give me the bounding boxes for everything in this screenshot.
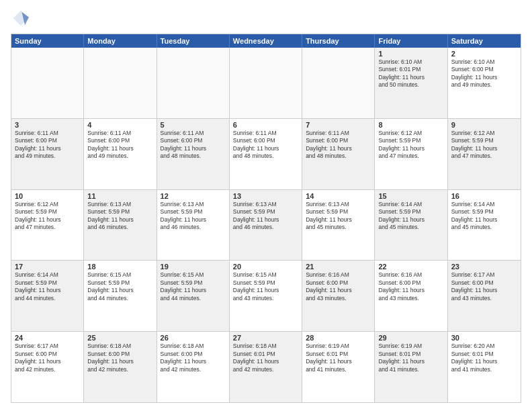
logo (11, 8, 34, 28)
calendar-cell: 7Sunrise: 6:11 AM Sunset: 6:00 PM Daylig… (302, 119, 375, 189)
day-number: 13 (233, 192, 298, 200)
calendar-cell: 18Sunrise: 6:15 AM Sunset: 5:59 PM Dayli… (84, 261, 157, 331)
calendar-cell (157, 48, 230, 118)
cell-info: Sunrise: 6:18 AM Sunset: 6:01 PM Dayligh… (233, 342, 298, 373)
calendar-cell: 1Sunrise: 6:10 AM Sunset: 6:01 PM Daylig… (375, 48, 447, 118)
calendar-cell: 20Sunrise: 6:15 AM Sunset: 5:59 PM Dayli… (230, 261, 302, 331)
cell-info: Sunrise: 6:19 AM Sunset: 6:01 PM Dayligh… (306, 342, 371, 373)
day-number: 16 (451, 192, 517, 200)
day-number: 12 (161, 192, 226, 200)
day-number: 29 (378, 334, 443, 342)
cell-info: Sunrise: 6:12 AM Sunset: 5:59 PM Dayligh… (451, 130, 517, 161)
calendar-cell: 21Sunrise: 6:16 AM Sunset: 6:00 PM Dayli… (302, 261, 375, 331)
day-number: 19 (161, 263, 226, 271)
col-header-saturday: Saturday (448, 34, 521, 48)
cell-info: Sunrise: 6:13 AM Sunset: 5:59 PM Dayligh… (161, 201, 226, 232)
calendar-row-1: 1Sunrise: 6:10 AM Sunset: 6:01 PM Daylig… (11, 48, 521, 118)
day-number: 14 (306, 192, 371, 200)
calendar-header: SundayMondayTuesdayWednesdayThursdayFrid… (11, 34, 521, 48)
cell-info: Sunrise: 6:13 AM Sunset: 5:59 PM Dayligh… (306, 201, 371, 232)
calendar-cell: 4Sunrise: 6:11 AM Sunset: 6:00 PM Daylig… (84, 119, 157, 189)
day-number: 17 (15, 263, 80, 271)
cell-info: Sunrise: 6:17 AM Sunset: 6:00 PM Dayligh… (451, 271, 517, 302)
calendar-cell: 22Sunrise: 6:16 AM Sunset: 6:00 PM Dayli… (375, 261, 447, 331)
calendar-cell: 14Sunrise: 6:13 AM Sunset: 5:59 PM Dayli… (302, 190, 375, 261)
calendar-cell: 6Sunrise: 6:11 AM Sunset: 6:00 PM Daylig… (230, 119, 302, 189)
cell-info: Sunrise: 6:11 AM Sunset: 6:00 PM Dayligh… (87, 130, 152, 161)
calendar-cell: 25Sunrise: 6:18 AM Sunset: 6:00 PM Dayli… (84, 332, 157, 402)
cell-info: Sunrise: 6:11 AM Sunset: 6:00 PM Dayligh… (306, 130, 371, 161)
calendar-cell: 23Sunrise: 6:17 AM Sunset: 6:00 PM Dayli… (448, 261, 521, 331)
day-number: 15 (378, 192, 443, 200)
day-number: 25 (87, 334, 152, 342)
calendar-cell: 26Sunrise: 6:18 AM Sunset: 6:00 PM Dayli… (157, 332, 230, 402)
cell-info: Sunrise: 6:11 AM Sunset: 6:00 PM Dayligh… (161, 130, 226, 161)
col-header-monday: Monday (84, 34, 157, 48)
cell-info: Sunrise: 6:11 AM Sunset: 6:00 PM Dayligh… (233, 130, 298, 161)
cell-info: Sunrise: 6:15 AM Sunset: 5:59 PM Dayligh… (161, 271, 226, 302)
calendar-cell (11, 48, 84, 118)
col-header-thursday: Thursday (302, 34, 375, 48)
day-number: 28 (306, 334, 371, 342)
cell-info: Sunrise: 6:16 AM Sunset: 6:00 PM Dayligh… (378, 271, 443, 302)
col-header-tuesday: Tuesday (157, 34, 230, 48)
calendar-cell: 12Sunrise: 6:13 AM Sunset: 5:59 PM Dayli… (157, 190, 230, 261)
cell-info: Sunrise: 6:20 AM Sunset: 6:01 PM Dayligh… (451, 342, 517, 373)
calendar-row-5: 24Sunrise: 6:17 AM Sunset: 6:00 PM Dayli… (11, 331, 521, 402)
calendar-cell: 2Sunrise: 6:10 AM Sunset: 6:00 PM Daylig… (448, 48, 521, 118)
day-number: 1 (378, 50, 443, 58)
calendar-cell: 13Sunrise: 6:13 AM Sunset: 5:59 PM Dayli… (230, 190, 302, 261)
calendar-cell: 10Sunrise: 6:12 AM Sunset: 5:59 PM Dayli… (11, 190, 84, 261)
cell-info: Sunrise: 6:14 AM Sunset: 5:59 PM Dayligh… (451, 201, 517, 232)
cell-info: Sunrise: 6:13 AM Sunset: 5:59 PM Dayligh… (87, 201, 152, 232)
day-number: 6 (233, 121, 298, 129)
cell-info: Sunrise: 6:15 AM Sunset: 5:59 PM Dayligh… (87, 271, 152, 302)
col-header-wednesday: Wednesday (230, 34, 302, 48)
day-number: 21 (306, 263, 371, 271)
header (11, 8, 521, 28)
logo-icon (11, 8, 31, 28)
cell-info: Sunrise: 6:13 AM Sunset: 5:59 PM Dayligh… (233, 201, 298, 232)
calendar-body: 1Sunrise: 6:10 AM Sunset: 6:01 PM Daylig… (11, 48, 521, 402)
calendar-cell: 27Sunrise: 6:18 AM Sunset: 6:01 PM Dayli… (230, 332, 302, 402)
day-number: 10 (15, 192, 80, 200)
calendar-cell (302, 48, 375, 118)
cell-info: Sunrise: 6:18 AM Sunset: 6:00 PM Dayligh… (161, 342, 226, 373)
cell-info: Sunrise: 6:10 AM Sunset: 6:00 PM Dayligh… (451, 58, 517, 89)
cell-info: Sunrise: 6:17 AM Sunset: 6:00 PM Dayligh… (15, 342, 80, 373)
calendar-cell: 11Sunrise: 6:13 AM Sunset: 5:59 PM Dayli… (84, 190, 157, 261)
cell-info: Sunrise: 6:19 AM Sunset: 6:01 PM Dayligh… (378, 342, 443, 373)
calendar-cell (84, 48, 157, 118)
cell-info: Sunrise: 6:18 AM Sunset: 6:00 PM Dayligh… (87, 342, 152, 373)
day-number: 27 (233, 334, 298, 342)
cell-info: Sunrise: 6:16 AM Sunset: 6:00 PM Dayligh… (306, 271, 371, 302)
calendar-row-4: 17Sunrise: 6:14 AM Sunset: 5:59 PM Dayli… (11, 260, 521, 331)
cell-info: Sunrise: 6:10 AM Sunset: 6:01 PM Dayligh… (378, 58, 443, 89)
calendar-cell: 5Sunrise: 6:11 AM Sunset: 6:00 PM Daylig… (157, 119, 230, 189)
day-number: 9 (451, 121, 517, 129)
col-header-friday: Friday (375, 34, 447, 48)
day-number: 22 (378, 263, 443, 271)
calendar-cell: 24Sunrise: 6:17 AM Sunset: 6:00 PM Dayli… (11, 332, 84, 402)
calendar-cell: 9Sunrise: 6:12 AM Sunset: 5:59 PM Daylig… (448, 119, 521, 189)
cell-info: Sunrise: 6:12 AM Sunset: 5:59 PM Dayligh… (378, 130, 443, 161)
calendar-cell: 19Sunrise: 6:15 AM Sunset: 5:59 PM Dayli… (157, 261, 230, 331)
calendar-cell (230, 48, 302, 118)
day-number: 3 (15, 121, 80, 129)
calendar-cell: 28Sunrise: 6:19 AM Sunset: 6:01 PM Dayli… (302, 332, 375, 402)
calendar-cell: 16Sunrise: 6:14 AM Sunset: 5:59 PM Dayli… (448, 190, 521, 261)
cell-info: Sunrise: 6:11 AM Sunset: 6:00 PM Dayligh… (15, 130, 80, 161)
calendar-cell: 17Sunrise: 6:14 AM Sunset: 5:59 PM Dayli… (11, 261, 84, 331)
day-number: 20 (233, 263, 298, 271)
calendar-cell: 8Sunrise: 6:12 AM Sunset: 5:59 PM Daylig… (375, 119, 447, 189)
day-number: 8 (378, 121, 443, 129)
calendar: SundayMondayTuesdayWednesdayThursdayFrid… (11, 34, 521, 403)
day-number: 5 (161, 121, 226, 129)
day-number: 30 (451, 334, 517, 342)
calendar-cell: 30Sunrise: 6:20 AM Sunset: 6:01 PM Dayli… (448, 332, 521, 402)
cell-info: Sunrise: 6:14 AM Sunset: 5:59 PM Dayligh… (378, 201, 443, 232)
calendar-row-3: 10Sunrise: 6:12 AM Sunset: 5:59 PM Dayli… (11, 189, 521, 261)
cell-info: Sunrise: 6:15 AM Sunset: 5:59 PM Dayligh… (233, 271, 298, 302)
day-number: 18 (87, 263, 152, 271)
cell-info: Sunrise: 6:12 AM Sunset: 5:59 PM Dayligh… (15, 201, 80, 232)
